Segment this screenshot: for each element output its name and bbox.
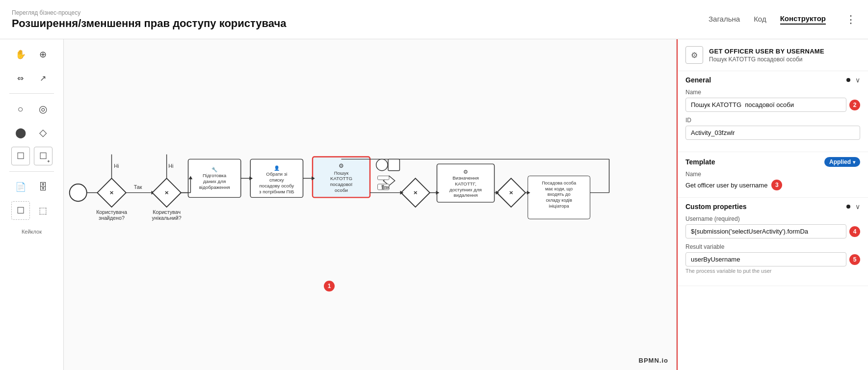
toolbar-row-5: ☐ ☐ + <box>11 147 53 165</box>
group-button[interactable]: ☐ <box>11 201 30 220</box>
svg-text:списку: списку <box>269 177 284 183</box>
svg-point-1 <box>70 184 87 201</box>
svg-text:ініціатора: ініціатора <box>549 204 570 209</box>
svg-text:Користувача: Користувача <box>96 209 127 215</box>
template-badge-label: Applied <box>829 159 851 165</box>
panel-header: ⚙ GET OFFICER USER BY USERNAME Пошук KAT… <box>678 39 868 71</box>
custom-properties-content: Username (required) 4 Result variable 5 … <box>678 215 868 286</box>
text-annotation-button[interactable]: ⬚ <box>34 201 53 220</box>
custom-properties-title: Custom properties <box>685 203 746 211</box>
toolbar-row-6: 📄 🗄 <box>11 178 53 196</box>
svg-text:відображення: відображення <box>199 185 230 190</box>
keylock-label: Кейклок <box>22 229 42 235</box>
annotation-badge-1: 1 <box>324 281 335 291</box>
header-title: Розширення/зменшення прав доступу корист… <box>12 17 287 30</box>
svg-text:з потрібним ПІБ: з потрібним ПІБ <box>259 189 294 194</box>
svg-text:KATOTTG: KATOTTG <box>330 176 352 181</box>
toolbar-row-1: ✋ ⊕ <box>11 45 53 64</box>
username-field-group: Username (required) 4 <box>685 215 860 238</box>
space-tool-button[interactable]: ⇔ <box>11 69 30 87</box>
bpmn-watermark: BPMN.io <box>639 357 668 364</box>
name-field-row: 2 <box>685 98 860 112</box>
svg-text:⚙: ⚙ <box>463 169 468 175</box>
task-button[interactable]: ☐ <box>11 147 30 165</box>
annotation-badge-3: 3 <box>771 180 782 190</box>
username-field-input[interactable] <box>685 224 846 238</box>
canvas-area: ✋ ⊕ ⇔ ↗ ○ ◎ ⬤ ◇ ☐ ☐ + <box>0 39 677 370</box>
general-section-content: Name 2 ID <box>678 89 868 152</box>
end-event-button[interactable]: ⬤ <box>11 123 30 142</box>
result-field-group: Result variable 5 The process variable t… <box>685 243 860 274</box>
result-field-hint: The process variable to put the user <box>685 268 860 274</box>
more-menu-button[interactable]: ⋮ <box>845 13 856 26</box>
subprocess-button[interactable]: ☐ + <box>34 147 53 165</box>
svg-text:видалення: видалення <box>454 192 478 198</box>
left-toolbar: ✋ ⊕ ⇔ ↗ ○ ◎ ⬤ ◇ ☐ ☐ + <box>0 39 64 370</box>
general-chevron-icon[interactable]: ∨ <box>855 76 860 84</box>
result-field-row: 5 <box>685 252 860 266</box>
panel-header-subtitle: Пошук KATOTTG посадової особи <box>709 56 824 63</box>
annotation-badge-2: 2 <box>849 100 860 110</box>
general-section-header[interactable]: General ∨ <box>678 71 868 89</box>
gateway-button[interactable]: ◇ <box>34 123 53 142</box>
start-event-button[interactable]: ○ <box>11 100 30 118</box>
id-field-label: ID <box>685 117 860 124</box>
svg-text:🔧: 🔧 <box>211 166 218 173</box>
custom-props-chevron[interactable]: ∨ <box>855 203 860 211</box>
svg-text:Так: Так <box>134 184 142 190</box>
general-section-title: General <box>685 76 711 84</box>
template-applied-badge[interactable]: Applied ▾ <box>824 157 860 167</box>
svg-text:×: × <box>165 189 169 196</box>
bpmn-canvas[interactable]: Користувача знайдено? × Так Користувач у… <box>64 39 676 370</box>
template-row: Template Applied ▾ <box>685 157 860 167</box>
toolbar-row-2: ⇔ ↗ <box>11 69 53 87</box>
right-panel: ⚙ GET OFFICER USER BY USERNAME Пошук KAT… <box>677 39 868 370</box>
svg-text:даних для: даних для <box>203 179 226 184</box>
toolbar-row-7: ☐ ⬚ <box>11 201 53 220</box>
svg-text:доступних для: доступних для <box>449 187 482 192</box>
toolbar-row-3: ○ ◎ <box>11 100 53 118</box>
svg-text:унікальний?: унікальний? <box>152 215 182 221</box>
name-field-input[interactable] <box>685 98 846 112</box>
svg-text:Ні: Ні <box>168 163 173 169</box>
svg-text:×: × <box>110 189 114 196</box>
general-section: General ∨ Name 2 ID <box>678 71 868 152</box>
header-subtitle: Перегляд бізнес-процесу <box>12 9 287 16</box>
svg-text:особи: особи <box>335 187 348 193</box>
svg-text:⚙: ⚙ <box>339 162 344 169</box>
toolbar-row-4: ⬤ ◇ <box>11 123 53 142</box>
intermediate-event-button[interactable]: ◎ <box>34 100 53 118</box>
template-badge-chevron: ▾ <box>853 159 855 165</box>
annotation-badge-5: 5 <box>849 254 860 265</box>
template-name-value-row: Get officer user by username 3 <box>685 180 860 190</box>
svg-text:×: × <box>414 189 418 196</box>
data-store-button[interactable]: 🗄 <box>34 178 53 196</box>
custom-properties-header[interactable]: Custom properties ∨ <box>678 198 868 215</box>
panel-header-icon: ⚙ <box>685 46 703 64</box>
name-field-group: Name 2 <box>685 89 860 112</box>
header-right: Загальна Код Конструктор ⋮ <box>709 13 856 26</box>
nav-constructor[interactable]: Конструктор <box>780 14 826 25</box>
svg-text:посадової: посадової <box>330 182 353 187</box>
svg-text:Посадова особа: Посадова особа <box>542 181 577 185</box>
svg-text:входять до: входять до <box>548 192 571 197</box>
template-section: Template Applied ▾ Name Get officer user… <box>678 152 868 198</box>
id-field-input[interactable] <box>685 126 860 140</box>
connect-tool-button[interactable]: ↗ <box>34 69 53 87</box>
svg-text:Визначення: Визначення <box>452 175 479 181</box>
nav-code[interactable]: Код <box>754 15 766 24</box>
nav-general[interactable]: Загальна <box>709 15 740 24</box>
svg-rect-44 <box>388 159 399 170</box>
template-name-text: Get officer user by username <box>685 182 767 189</box>
hand-tool-button[interactable]: ✋ <box>11 45 30 64</box>
result-field-label: Result variable <box>685 243 860 250</box>
svg-point-43 <box>376 159 388 170</box>
result-field-input[interactable] <box>685 252 846 266</box>
panel-header-name: GET OFFICER USER BY USERNAME <box>709 48 824 55</box>
header-left: Перегляд бізнес-процесу Розширення/зменш… <box>12 9 287 30</box>
svg-text:КАТОТТГ,: КАТОТТГ, <box>455 181 476 186</box>
custom-props-dot <box>846 205 850 209</box>
data-object-button[interactable]: 📄 <box>11 178 30 196</box>
name-field-label: Name <box>685 89 860 96</box>
create-tool-button[interactable]: ⊕ <box>34 45 53 64</box>
